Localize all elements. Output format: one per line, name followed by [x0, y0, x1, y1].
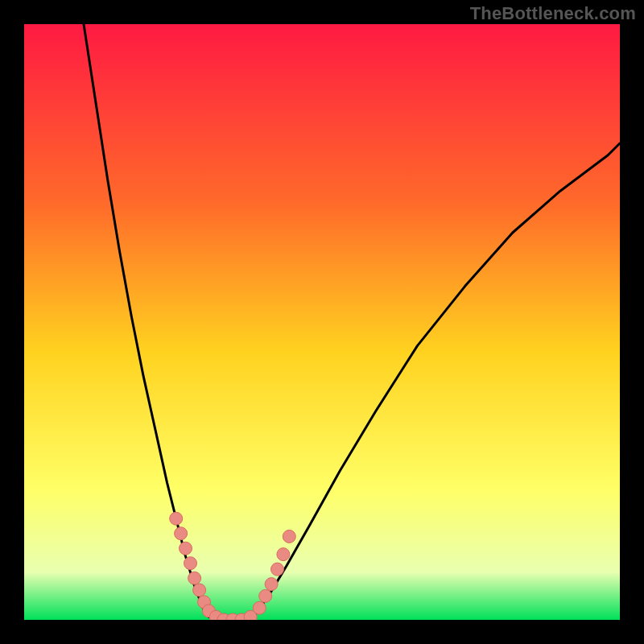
data-marker [277, 548, 290, 561]
data-marker [259, 589, 272, 602]
watermark: TheBottleneck.com [470, 3, 636, 24]
data-marker [184, 557, 197, 570]
data-marker [170, 512, 183, 525]
data-marker [253, 601, 266, 614]
data-marker [283, 530, 295, 543]
data-marker [188, 572, 201, 584]
frame: TheBottleneck.com [0, 0, 644, 644]
data-marker [265, 578, 278, 591]
plot-background [24, 24, 620, 620]
data-marker [193, 584, 206, 597]
data-marker [180, 542, 192, 555]
chart-svg [24, 24, 620, 620]
data-marker [175, 527, 188, 540]
data-marker [271, 563, 284, 576]
plot-area [24, 24, 620, 620]
